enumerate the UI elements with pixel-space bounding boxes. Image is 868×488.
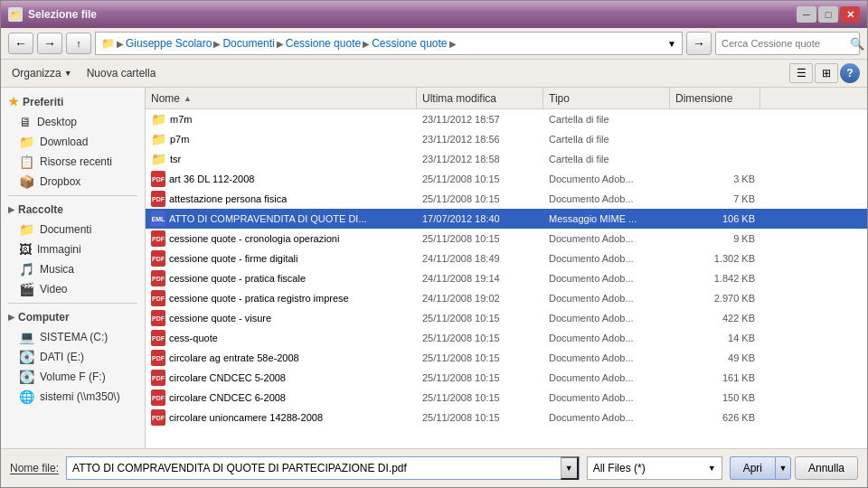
- refresh-button[interactable]: →: [686, 32, 712, 55]
- view-list-button[interactable]: ☰: [789, 63, 813, 83]
- file-type-cell: Documento Adob...: [543, 273, 670, 284]
- sistemi-icon: 🌐: [19, 389, 34, 404]
- file-name-text: cess-quote: [169, 333, 218, 343]
- folder-icon: 📁: [151, 112, 166, 127]
- filetype-dropdown[interactable]: All Files (*) ▼: [587, 456, 722, 480]
- path-dropdown-button[interactable]: ▼: [667, 39, 676, 49]
- file-date-cell: 25/11/2008 10:15: [417, 313, 543, 324]
- path-segment-4[interactable]: Cessione quote: [372, 37, 447, 50]
- file-list-container: Nome ▲ Ultima modifica Tipo Dimensione 📁…: [146, 88, 867, 448]
- table-row[interactable]: PDF circolare CNDCEC 6-2008 25/11/2008 1…: [146, 388, 867, 408]
- table-row[interactable]: PDF cess-quote 25/11/2008 10:15 Document…: [146, 328, 867, 348]
- pdf-icon: PDF: [151, 310, 165, 326]
- sidebar-item-recent[interactable]: 📋 Risorse recenti: [1, 152, 145, 172]
- help-button[interactable]: ?: [840, 63, 860, 83]
- file-type-cell: Documento Adob...: [543, 193, 670, 204]
- table-row[interactable]: PDF art 36 DL 112-2008 25/11/2008 10:15 …: [146, 169, 867, 189]
- path-segment-2[interactable]: Documenti: [222, 37, 274, 50]
- table-row[interactable]: 📁 m7m 23/11/2012 18:57 Cartella di file: [146, 109, 867, 129]
- dialog-title: Selezione file: [28, 8, 97, 21]
- favorites-header[interactable]: ★ Preferiti: [1, 91, 145, 112]
- table-row[interactable]: PDF cessione quote - pratica fiscale 24/…: [146, 268, 867, 288]
- table-row[interactable]: PDF cessione quote - firme digitali 24/1…: [146, 249, 867, 268]
- file-date-cell: 23/11/2012 18:58: [417, 154, 543, 164]
- sidebar-item-musica[interactable]: 🎵 Musica: [1, 259, 145, 279]
- table-row[interactable]: PDF attestazione persona fisica 25/11/20…: [146, 189, 867, 209]
- path-root-icon[interactable]: 📁: [101, 37, 115, 50]
- file-date-cell: 25/11/2008 10:15: [417, 174, 543, 184]
- table-row[interactable]: 📁 tsr 23/11/2012 18:58 Cartella di file: [146, 149, 867, 169]
- sidebar-item-desktop[interactable]: 🖥 Desktop: [1, 112, 145, 132]
- view-tiles-button[interactable]: ⊞: [815, 63, 838, 83]
- forward-button[interactable]: →: [37, 33, 62, 54]
- file-size-cell: 49 KB: [670, 352, 760, 363]
- up-button[interactable]: ↑: [66, 33, 91, 54]
- file-name-text: tsr: [170, 154, 181, 164]
- dropbox-icon: 📦: [19, 174, 34, 189]
- open-button-group: Apri ▼: [730, 456, 791, 480]
- pdf-icon: PDF: [151, 389, 165, 406]
- table-row[interactable]: 📁 p7m 23/11/2012 18:56 Cartella di file: [146, 129, 867, 149]
- file-type-cell: Messaggio MIME ...: [543, 213, 670, 224]
- file-date-cell: 25/11/2008 10:15: [417, 412, 543, 423]
- sidebar-item-volumef[interactable]: 💽 Volume F (F:): [1, 367, 145, 387]
- file-size-cell: 1.842 KB: [670, 273, 760, 284]
- column-header-size[interactable]: Dimensione: [670, 88, 760, 108]
- sistemi-label: sistemi (\\m350\): [40, 390, 120, 403]
- table-row[interactable]: PDF cessione quote - pratica registro im…: [146, 288, 867, 308]
- file-date-cell: 25/11/2008 10:15: [417, 333, 543, 343]
- sidebar-item-documenti[interactable]: 📁 Documenti: [1, 220, 145, 239]
- column-header-name[interactable]: Nome ▲: [146, 88, 417, 108]
- file-name-text: circolare CNDCEC 6-2008: [169, 392, 286, 403]
- filename-dropdown-button[interactable]: ▼: [561, 456, 579, 480]
- computer-header[interactable]: ▶ Computer: [1, 307, 145, 327]
- open-dropdown-button[interactable]: ▼: [775, 456, 791, 480]
- file-type-cell: Documento Adob...: [543, 372, 670, 383]
- filename-input[interactable]: [67, 462, 561, 474]
- collections-header[interactable]: ▶ Raccolte: [1, 200, 145, 220]
- table-row[interactable]: PDF circolare unioncamere 14288-2008 25/…: [146, 408, 867, 427]
- file-name-cell: PDF circolare CNDCEC 5-2008: [146, 370, 417, 386]
- file-size-cell: 7 KB: [670, 193, 760, 204]
- file-size-cell: 9 KB: [670, 233, 760, 244]
- organize-button[interactable]: Organizza ▼: [8, 65, 76, 81]
- documenti-icon: 📁: [19, 222, 34, 237]
- column-header-date[interactable]: Ultima modifica: [417, 88, 543, 108]
- file-type-cell: Documento Adob...: [543, 233, 670, 244]
- sidebar-divider-2: [8, 303, 137, 304]
- sidebar-item-sistemi[interactable]: 🌐 sistemi (\\m350\): [1, 387, 145, 407]
- close-button[interactable]: ✕: [840, 6, 860, 23]
- sidebar-section-collections: ▶ Raccolte 📁 Documenti 🖼 Immagini 🎵 Musi…: [1, 200, 145, 299]
- file-name-text: p7m: [170, 134, 189, 145]
- table-row[interactable]: PDF circolare ag entrate 58e-2008 25/11/…: [146, 348, 867, 368]
- search-input[interactable]: [722, 38, 846, 49]
- table-row[interactable]: EML ATTO DI COMPRAVENDITA DI QUOTE DI...…: [146, 209, 867, 229]
- file-date-cell: 23/11/2012 18:56: [417, 134, 543, 145]
- search-icon[interactable]: 🔍: [850, 37, 864, 51]
- path-segment-1[interactable]: Giuseppe Scolaro: [126, 37, 212, 50]
- sidebar-item-download[interactable]: 📁 Download: [1, 132, 145, 152]
- video-icon: 🎬: [19, 282, 34, 296]
- minimize-button[interactable]: ─: [797, 6, 816, 23]
- sidebar-item-sistema[interactable]: 💻 SISTEMA (C:): [1, 327, 145, 347]
- eml-icon: EML: [151, 211, 165, 227]
- sidebar-item-dropbox[interactable]: 📦 Dropbox: [1, 172, 145, 192]
- table-row[interactable]: PDF cessione quote - cronologia operazio…: [146, 229, 867, 249]
- sidebar-item-dati[interactable]: 💽 DATI (E:): [1, 347, 145, 367]
- column-header-type[interactable]: Tipo: [543, 88, 670, 108]
- file-name-text: cessione quote - cronologia operazioni: [169, 233, 339, 244]
- table-row[interactable]: PDF circolare CNDCEC 5-2008 25/11/2008 1…: [146, 368, 867, 388]
- sidebar-item-video[interactable]: 🎬 Video: [1, 279, 145, 299]
- open-button[interactable]: Apri: [730, 456, 775, 480]
- cancel-button[interactable]: Annulla: [795, 456, 858, 480]
- table-row[interactable]: PDF cessione quote - visure 25/11/2008 1…: [146, 308, 867, 328]
- address-bar[interactable]: 📁 ▶ Giuseppe Scolaro ▶ Documenti ▶ Cessi…: [95, 32, 683, 55]
- maximize-button[interactable]: □: [818, 6, 838, 23]
- file-type-cell: Documento Adob...: [543, 293, 670, 304]
- pdf-icon: PDF: [151, 350, 165, 366]
- sidebar-item-immagini[interactable]: 🖼 Immagini: [1, 239, 145, 259]
- back-button[interactable]: ←: [8, 33, 33, 54]
- view-controls: ☰ ⊞ ?: [789, 63, 860, 83]
- new-folder-button[interactable]: Nuova cartella: [83, 65, 160, 81]
- path-segment-3[interactable]: Cessione quote: [286, 37, 361, 50]
